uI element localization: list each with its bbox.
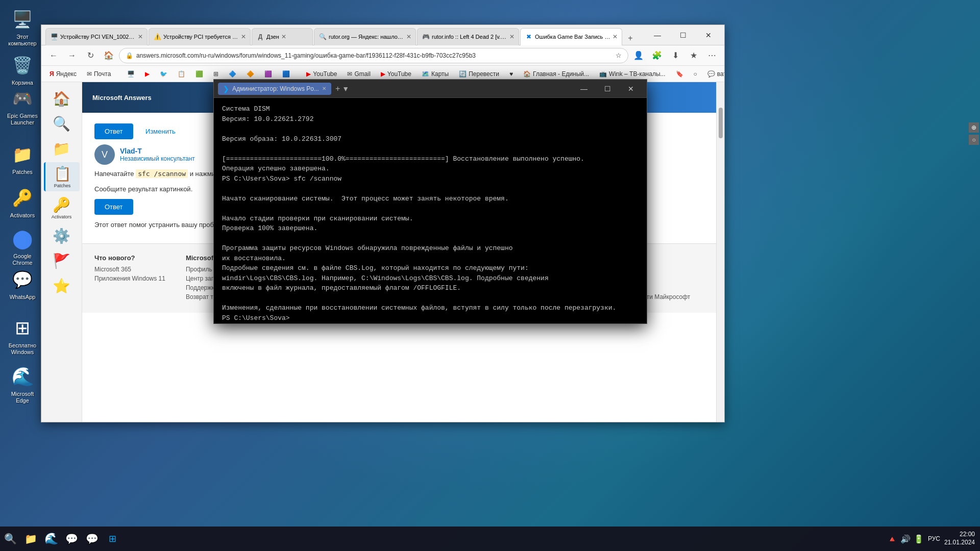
sidebar-icon-folder[interactable]: 📁 <box>44 137 80 160</box>
tab-5[interactable]: 🎮 rutor.info :: Left 4 Dead 2 [v.2... ✕ <box>417 28 519 45</box>
taskbar-terminal[interactable]: ⊞ <box>102 527 122 551</box>
bookmark-youtube2[interactable]: ▶ YouTube <box>377 69 415 79</box>
terminal-line-imgver: Версия образа: 10.0.22631.3007 <box>222 134 639 144</box>
taskbar-explorer[interactable]: 📁 <box>20 527 41 551</box>
bookmark-icon1[interactable]: 🖥️ <box>123 69 139 79</box>
bookmark-icon8[interactable]: 🔶 <box>242 69 258 79</box>
bookmark-o1[interactable]: 🔖 <box>672 69 688 79</box>
user-name[interactable]: Vlad-T <box>120 147 195 155</box>
tab-3-close[interactable]: ✕ <box>281 33 286 40</box>
terminal-tab-close[interactable]: ✕ <box>322 86 326 91</box>
desktop-icon-windows[interactable]: ⊞ Бесплатно Windows <box>2 314 43 358</box>
minimize-button[interactable]: — <box>646 27 669 43</box>
sidebar-icon-home[interactable]: 🏠 <box>44 87 80 110</box>
terminal-maximize[interactable]: ☐ <box>596 80 619 98</box>
bookmark-icon5[interactable]: 🟩 <box>191 69 207 79</box>
bookmark-youtube1[interactable]: ▶ YouTube <box>302 69 341 79</box>
footer-link-0-1[interactable]: Приложения Windows 11 <box>94 275 165 282</box>
home-button[interactable]: 🏠 <box>101 47 117 64</box>
bookmark-translate[interactable]: 🔄 Перевести <box>455 69 503 79</box>
bookmark-icon4[interactable]: 📋 <box>174 69 189 79</box>
terminal-line-reboot: Изменения, сделанные при восстановлении … <box>222 303 639 313</box>
taskbar-whatsapp2[interactable]: 💬 <box>82 527 102 551</box>
page-scrollbar[interactable] <box>716 82 724 422</box>
terminal-close[interactable]: ✕ <box>619 80 643 98</box>
close-button[interactable]: ✕ <box>697 27 720 43</box>
bookmark-o2[interactable]: ○ <box>690 69 701 79</box>
desktop-icon-computer[interactable]: 🖥️ Этот компьютер <box>2 5 43 49</box>
bookmark-gmail[interactable]: ✉ Gmail <box>343 69 374 79</box>
maximize-button[interactable]: ☐ <box>671 27 695 43</box>
tab-4[interactable]: 🔍 rutor.org — Яндекс: нашлось... ✕ <box>314 28 416 45</box>
forward-button[interactable]: → <box>64 47 80 64</box>
bookmark-icon10[interactable]: 🟦 <box>278 69 294 79</box>
tab-2-close[interactable]: ✕ <box>241 33 246 40</box>
tab-4-close[interactable]: ✕ <box>406 33 411 40</box>
desktop-icon-whatsapp[interactable]: 💬 WhatsApp <box>2 265 43 303</box>
answer-button-1[interactable]: Ответ <box>94 123 133 139</box>
tab-3[interactable]: Д Дзен ✕ <box>252 28 313 45</box>
bookmark-fav[interactable]: ♥ <box>505 69 517 79</box>
bookmark-icon9[interactable]: 🟪 <box>260 69 276 79</box>
browser-toolbar: ← → ↻ 🏠 🔒 answers.microsoft.com/ru-ru/wi… <box>41 45 724 66</box>
answer-command: sfc /scannow <box>136 169 188 178</box>
taskbar-whatsapp[interactable]: 💬 <box>61 527 82 551</box>
tool-icon-2[interactable]: ○ <box>969 135 979 145</box>
bookmark-mail[interactable]: ✉ Почта <box>83 69 115 79</box>
scrollbar-thumb[interactable] <box>719 108 723 138</box>
terminal-menu[interactable]: ▼ <box>342 85 349 93</box>
bookmark-icon7[interactable]: 🔷 <box>225 69 240 79</box>
taskbar-right: 🔺 🔊 🔋 РУС 22:00 21.01.2024 <box>887 531 980 546</box>
extensions-icon[interactable]: 🧩 <box>649 47 665 64</box>
tool-icon-1[interactable]: ⊕ <box>969 122 979 133</box>
bookmark-icon3[interactable]: 🐦 <box>156 69 172 79</box>
footer-link-0-0[interactable]: Microsoft 365 <box>94 266 165 273</box>
sidebar-icon-patches[interactable]: 📋 Patches <box>44 162 80 191</box>
bookmark-icon6[interactable]: ⊞ <box>209 69 223 79</box>
desktop-icon-patches[interactable]: 📁 Patches <box>2 140 43 178</box>
tab-2[interactable]: ⚠️ Устройству PCI требуется дал... ✕ <box>149 28 251 45</box>
favorites-icon[interactable]: ★ <box>685 47 702 64</box>
bookmark-icon2[interactable]: ▶ <box>141 69 154 79</box>
taskbar-search[interactable]: 🔍 <box>0 527 20 551</box>
bookmark-home[interactable]: 🏠 Главная - Единый... <box>519 69 593 79</box>
terminal-line-version: Версия: 10.0.22621.2792 <box>222 114 639 124</box>
terminal-tab-powershell[interactable]: ❯ Администратор: Windows Po... ✕ <box>218 83 331 95</box>
address-bar[interactable]: 🔒 answers.microsoft.com/ru-ru/windows/fo… <box>119 48 628 63</box>
back-button[interactable]: ← <box>45 47 62 64</box>
sidebar-icon-flag[interactable]: 🚩 <box>44 249 80 272</box>
sidebar-icon-settings[interactable]: ⚙️ <box>44 224 80 247</box>
taskbar-left: 🔍 📁 🌊 💬 💬 ⊞ <box>0 527 122 551</box>
terminal-add-tab[interactable]: + <box>335 84 340 93</box>
desktop-icon-activators[interactable]: 🔑 Activators <box>2 184 43 221</box>
sidebar-icon-search[interactable]: 🔍 <box>44 112 80 135</box>
sidebar-icon-activators[interactable]: 🔑 Activators <box>44 193 80 222</box>
taskbar-edge[interactable]: 🌊 <box>41 527 61 551</box>
desktop-icon-chrome[interactable]: ⬤ Google Chrome <box>2 224 43 268</box>
terminal-minimize[interactable]: — <box>572 80 596 98</box>
reply-button[interactable]: Ответ <box>94 199 133 215</box>
new-tab-button[interactable]: + <box>623 31 638 45</box>
bookmark-wink[interactable]: 📺 Wink – ТВ-каналы... <box>595 69 669 79</box>
sidebar-icon-star[interactable]: ⭐ <box>44 274 80 297</box>
terminal-body[interactable]: Система DISM Версия: 10.0.22621.2792 Вер… <box>214 98 647 323</box>
bookmark-watsap[interactable]: 💬 ватсап <box>703 69 724 79</box>
desktop-icon-epic[interactable]: 🎮 Epic Games Launcher <box>2 84 43 128</box>
desktop-icon-basket[interactable]: 🗑️ Корзина <box>2 51 43 88</box>
tab-6-close[interactable]: ✕ <box>612 33 618 40</box>
downloads-icon[interactable]: ⬇ <box>667 47 683 64</box>
profile-icon[interactable]: 👤 <box>630 47 647 64</box>
tray-network: 🔺 <box>887 534 897 544</box>
tab-1[interactable]: 🖥️ Устройству PCI VEN_1002&D... ✕ <box>45 28 148 45</box>
desktop-icon-edge[interactable]: 🌊 Microsoft Edge <box>2 362 43 406</box>
bookmark-maps[interactable]: 🗺️ Карты <box>418 69 453 79</box>
tab-1-close[interactable]: ✕ <box>138 33 143 40</box>
change-button[interactable]: Изменить <box>140 123 181 139</box>
refresh-button[interactable]: ↻ <box>82 47 99 64</box>
tab-5-close[interactable]: ✕ <box>509 33 514 40</box>
settings-icon[interactable]: ⋯ <box>704 47 720 64</box>
page-sidebar: 🏠 🔍 📁 📋 Patches 🔑 Activators ⚙️ <box>41 82 82 422</box>
bookmark-yandex[interactable]: Я Яндекс <box>45 69 81 79</box>
taskbar-clock[interactable]: 22:00 21.01.2024 <box>944 531 975 546</box>
tab-6[interactable]: ✖ Ошибка Game Bar Запись Эк... ✕ <box>520 28 622 45</box>
